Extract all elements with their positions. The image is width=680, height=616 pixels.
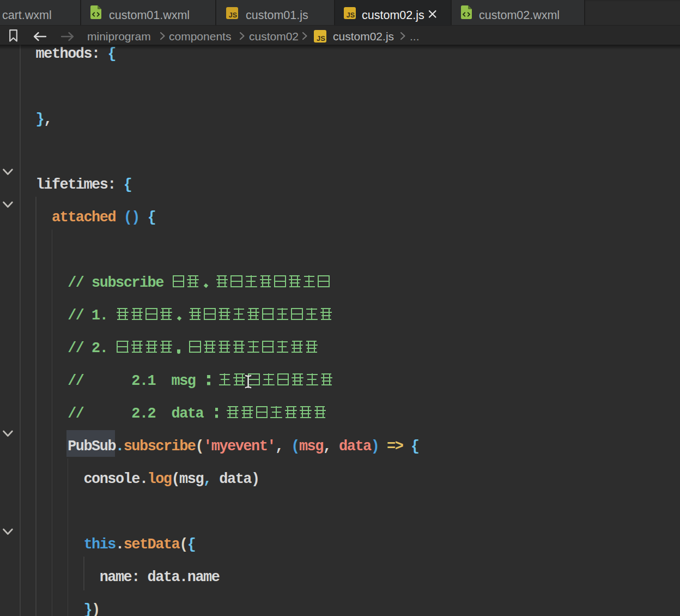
svg-text:JS: JS — [229, 11, 237, 19]
svg-text:JS: JS — [347, 11, 355, 19]
svg-text:JS: JS — [317, 34, 325, 43]
